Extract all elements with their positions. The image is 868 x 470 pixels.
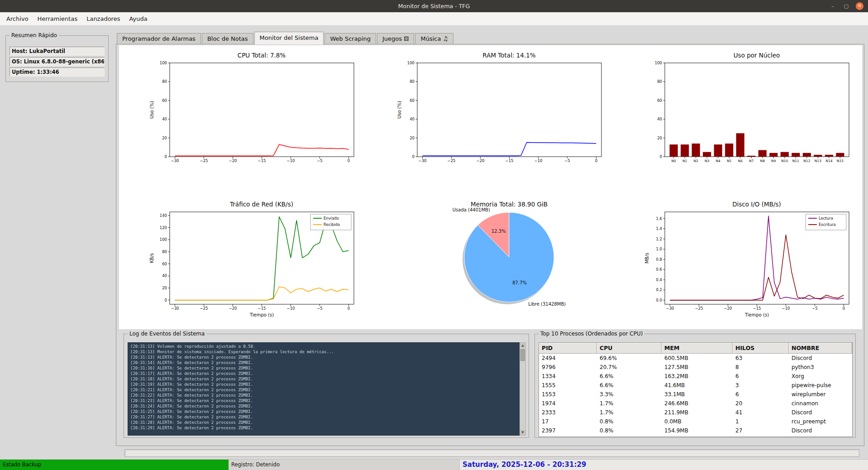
svg-text:−25: −25: [448, 158, 456, 163]
menu-herramientas[interactable]: Herramientas: [33, 13, 82, 24]
tab-juegos[interactable]: Juegos ⚄: [377, 33, 414, 44]
svg-text:0.2: 0.2: [656, 288, 662, 292]
svg-text:80: 80: [162, 79, 167, 84]
svg-text:0: 0: [348, 306, 350, 311]
svg-text:−5: −5: [564, 158, 570, 163]
process-row[interactable]: 15533.3%33.1MB6wireplumber: [539, 390, 852, 399]
svg-text:−5: −5: [317, 158, 323, 163]
process-row[interactable]: 19741.7%246.6MB20cinnamon: [539, 399, 852, 408]
column-header-mem[interactable]: MEM: [662, 343, 733, 354]
log-line: [20:31:28] ALERTA: Se detectaron 2 proce…: [130, 420, 518, 425]
process-cell: Discord: [789, 354, 852, 363]
svg-text:0: 0: [165, 154, 167, 159]
svg-text:−30: −30: [666, 306, 674, 311]
column-header-cpu[interactable]: CPU: [597, 343, 662, 354]
process-cell: 1555: [539, 381, 597, 390]
process-cell: Discord: [789, 426, 852, 435]
tab-bloc-de-notas[interactable]: Bloc de Notas: [202, 33, 253, 44]
process-row[interactable]: 23331.7%211.9MB41Discord: [539, 408, 852, 417]
column-header-pid[interactable]: PID: [539, 343, 597, 354]
process-cell: wireplumber: [789, 390, 852, 399]
svg-text:N1: N1: [682, 159, 687, 163]
log-line: [20:31:16] ALERTA: Se detectaron 2 proce…: [130, 365, 518, 371]
svg-text:12.3%: 12.3%: [491, 229, 506, 234]
tab-musica[interactable]: Música ♫: [415, 33, 453, 44]
svg-text:60: 60: [162, 98, 167, 103]
svg-text:−20: −20: [724, 306, 732, 311]
menu-ayuda[interactable]: Ayuda: [124, 13, 152, 24]
process-cell: 3: [733, 381, 789, 390]
svg-text:N6: N6: [738, 159, 743, 163]
svg-text:−30: −30: [171, 306, 179, 311]
svg-text:N13: N13: [815, 159, 821, 163]
log-group-title: Log de Eventos del Sistema: [128, 331, 206, 337]
process-cell: 9796: [539, 363, 597, 372]
svg-text:Lectura: Lectura: [819, 216, 833, 221]
scroll-up-icon[interactable]: ▲: [520, 343, 525, 348]
column-header-nombre[interactable]: NOMBRE: [789, 343, 852, 354]
svg-text:−25: −25: [695, 306, 703, 311]
log-scrollbar[interactable]: ▲ ▼: [520, 342, 526, 436]
svg-text:80: 80: [657, 79, 662, 84]
process-row[interactable]: 13346.6%163.2MB6Xorg: [539, 372, 852, 381]
svg-text:Tiempo (s): Tiempo (s): [744, 312, 769, 317]
window-title: Monitor de Sistema - TFG: [398, 3, 470, 10]
svg-text:−10: −10: [287, 158, 295, 163]
svg-text:N10: N10: [781, 159, 788, 163]
log-line: [20:31:13] Volumen de reproducción ajust…: [130, 344, 518, 349]
backup-status-label: Estado Backup: [3, 461, 41, 468]
chart-cpu-total: CPU Total: 7.8%020406080100−30−25−20−15−…: [119, 45, 367, 165]
svg-text:140: 140: [160, 213, 167, 218]
process-cell: Discord: [789, 408, 852, 417]
svg-text:RAM Total: 14.1%: RAM Total: 14.1%: [482, 52, 535, 59]
svg-text:−5: −5: [812, 306, 818, 311]
svg-text:Usada (4401MB): Usada (4401MB): [453, 207, 490, 212]
svg-text:0: 0: [412, 154, 415, 159]
svg-text:1.0: 1.0: [656, 247, 662, 251]
tab-programador-de-alarmas[interactable]: Programador de Alarmas: [117, 33, 201, 44]
log-console[interactable]: [20:31:13] Volumen de reproducción ajust…: [128, 342, 520, 436]
process-row[interactable]: 979620.7%127.5MB8python3: [539, 363, 852, 372]
svg-text:0: 0: [595, 158, 597, 163]
column-header-hilos[interactable]: HILOS: [733, 343, 789, 354]
quick-summary-group: Resumen Rápido Host: LukaPortatilOS: Lin…: [5, 35, 109, 82]
process-cell: 154.9MB: [662, 426, 733, 435]
process-row[interactable]: 170.8%0.0MB1rcu_preempt: [539, 417, 852, 426]
svg-text:N5: N5: [727, 159, 732, 163]
svg-text:100: 100: [160, 61, 167, 65]
tab-web-scraping[interactable]: Web Scraping: [324, 33, 376, 44]
process-row[interactable]: 23970.8%154.9MB27Discord: [539, 426, 852, 435]
svg-text:0.8: 0.8: [656, 257, 662, 262]
svg-text:−25: −25: [200, 158, 208, 163]
maximize-icon[interactable]: ▢: [842, 2, 850, 10]
process-row[interactable]: 249469.6%600.5MB63Discord: [539, 354, 852, 363]
minimize-icon[interactable]: –: [829, 2, 837, 10]
scrollbar-thumb[interactable]: [520, 349, 525, 361]
process-cell: 63: [733, 354, 789, 363]
process-cell: 20: [733, 399, 789, 408]
svg-text:−10: −10: [782, 306, 790, 311]
svg-text:N7: N7: [749, 159, 754, 163]
log-line: [20:31:13] ALERTA: Se detectaron 2 proce…: [130, 355, 518, 360]
process-row[interactable]: 15556.6%41.6MB3pipewire-pulse: [539, 381, 852, 390]
svg-text:120: 120: [160, 225, 167, 230]
process-cell: 6: [733, 390, 789, 399]
process-cell: 33.1MB: [662, 390, 733, 399]
process-table: PIDCPUMEMHILOSNOMBRE 249469.6%600.5MB63D…: [539, 342, 853, 437]
svg-text:Libre (31428MB): Libre (31428MB): [528, 302, 566, 307]
tab-monitor-del-sistema[interactable]: Monitor del Sistema: [254, 32, 324, 44]
svg-text:20: 20: [410, 136, 415, 140]
backup-progressbar: Estado Backup: [0, 460, 229, 470]
log-line: [20:31:14] ALERTA: Se detectaron 2 proce…: [130, 360, 518, 365]
close-icon[interactable]: ✕: [856, 2, 863, 10]
svg-text:N2: N2: [693, 159, 698, 163]
menu-lanzadores[interactable]: Lanzadores: [82, 13, 124, 24]
process-cell: 41: [733, 408, 789, 417]
process-cell: 211.9MB: [662, 408, 733, 417]
svg-text:CPU Total: 7.8%: CPU Total: 7.8%: [238, 52, 286, 59]
svg-text:MB/s: MB/s: [644, 253, 649, 264]
titlebar[interactable]: Monitor de Sistema - TFG – ▢ ✕: [0, 0, 868, 12]
scroll-down-icon[interactable]: ▼: [520, 430, 525, 435]
menu-archivo[interactable]: Archivo: [2, 13, 33, 24]
process-cell: 2333: [539, 408, 597, 417]
